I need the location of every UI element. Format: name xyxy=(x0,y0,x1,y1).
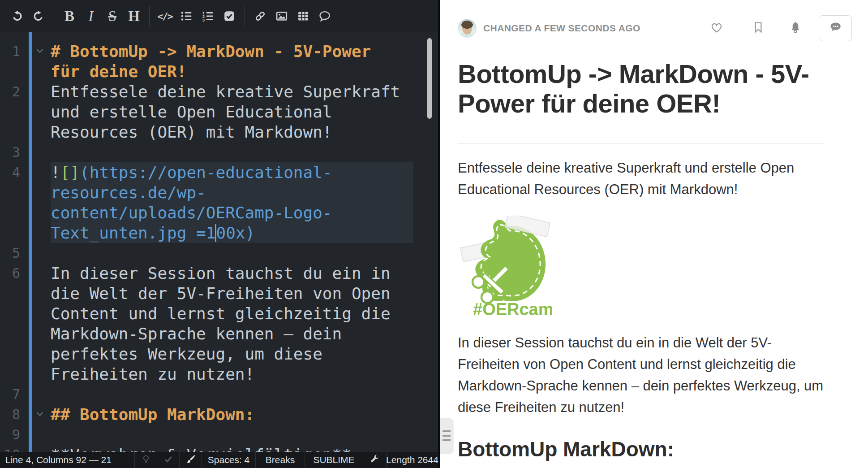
logo-text: #OERcamp xyxy=(473,300,552,319)
preferences-button[interactable] xyxy=(363,452,386,468)
editor-line[interactable]: 1# BottomUp -> MarkDown - 5V-Powerfür de… xyxy=(0,41,438,82)
editor-toolbar: B I S H </> 123 xyxy=(0,0,438,32)
editor-line[interactable]: 8## BottomUp MarkDown: xyxy=(0,404,438,425)
statusbar: Line 4, Columns 92 — 21 Spaces: 4 Breaks… xyxy=(0,452,438,468)
line-number: 9 xyxy=(0,425,26,445)
split-drag-handle[interactable] xyxy=(440,418,453,453)
editor-line[interactable]: 2Entfessele deine kreative Superkraftund… xyxy=(0,82,438,142)
heart-icon xyxy=(709,20,724,36)
last-changed-label: CHANGED A FEW SECONDS AGO xyxy=(483,23,640,34)
line-content: ![](https://open-educational-resources.d… xyxy=(51,162,413,243)
cursor-position: Line 4, Columns 92 — 21 xyxy=(0,452,134,468)
table-icon xyxy=(297,10,309,22)
strikethrough-icon: S xyxy=(108,8,116,25)
night-mode-toggle[interactable] xyxy=(134,452,157,468)
line-content xyxy=(51,142,413,162)
editor-line[interactable]: 4![](https://open-educational-resources.… xyxy=(0,162,438,243)
heading-button[interactable]: H xyxy=(123,5,145,27)
ordered-list-icon: 123 xyxy=(202,10,214,22)
line-content xyxy=(51,243,413,263)
editor-pane: B I S H </> 123 xyxy=(0,0,440,468)
redo-icon xyxy=(33,10,44,22)
code-icon: </> xyxy=(157,11,172,22)
bold-icon: B xyxy=(64,8,74,25)
avatar[interactable] xyxy=(458,19,477,38)
task-list-icon xyxy=(223,10,235,22)
markdown-editor[interactable]: 1# BottomUp -> MarkDown - 5V-Powerfür de… xyxy=(0,32,438,468)
line-content: # BottomUp -> MarkDown - 5V-Powerfür dei… xyxy=(51,41,413,82)
preview-content: CHANGED A FEW SECONDS AGO xyxy=(440,18,868,468)
comment-bubble-icon xyxy=(828,20,843,37)
editor-line[interactable]: 7 xyxy=(0,384,438,404)
like-button[interactable] xyxy=(709,20,724,36)
bell-icon xyxy=(788,20,803,36)
code-button[interactable]: </> xyxy=(154,5,176,27)
title-divider xyxy=(458,143,825,144)
line-number: 8 xyxy=(0,404,26,425)
line-content: Entfessele deine kreative Superkraftund … xyxy=(51,82,413,142)
preview-header: CHANGED A FEW SECONDS AGO xyxy=(458,18,852,39)
line-content: In dieser Session tauchst du ein indie W… xyxy=(51,263,413,384)
lightbulb-icon xyxy=(141,454,151,466)
heading-icon: H xyxy=(128,8,140,25)
fold-gutter xyxy=(26,162,51,182)
italic-icon: I xyxy=(89,8,94,25)
fold-chevron-icon[interactable] xyxy=(37,410,43,416)
strikethrough-button[interactable]: S xyxy=(102,5,123,27)
task-list-button[interactable] xyxy=(219,5,240,27)
preview-subheading: BottomUp MarkDown: xyxy=(458,437,852,461)
comments-panel-button[interactable] xyxy=(819,15,852,41)
bold-button[interactable]: B xyxy=(59,5,80,27)
table-button[interactable] xyxy=(292,5,314,27)
indent-setting[interactable]: Spaces: 4 xyxy=(202,452,255,468)
bookmark-icon xyxy=(752,21,765,36)
toolbar-separator xyxy=(149,6,150,26)
redo-button[interactable] xyxy=(28,5,49,27)
editor-scrollbar-thumb[interactable] xyxy=(427,38,432,119)
fold-chevron-icon[interactable] xyxy=(37,47,43,53)
editor-lines: 1# BottomUp -> MarkDown - 5V-Powerfür de… xyxy=(0,41,438,465)
preview-title: BottomUp -> MarkDown - 5V-Power für dein… xyxy=(458,59,825,118)
fold-gutter xyxy=(26,384,51,404)
editor-line[interactable]: 3 xyxy=(0,142,438,162)
image-icon xyxy=(276,10,288,22)
toolbar-separator xyxy=(245,6,245,26)
spellcheck-toggle[interactable] xyxy=(157,452,179,468)
image-button[interactable] xyxy=(271,5,292,27)
line-number: 5 xyxy=(0,243,26,263)
line-number: 6 xyxy=(0,263,26,283)
toolbar-separator xyxy=(54,6,54,26)
fold-gutter xyxy=(26,82,51,102)
fold-gutter xyxy=(26,142,51,162)
ordered-list-button[interactable]: 123 xyxy=(197,5,219,27)
fold-gutter xyxy=(26,41,51,61)
link-button[interactable] xyxy=(249,5,271,27)
comment-button[interactable] xyxy=(314,5,335,27)
fold-gutter xyxy=(26,263,51,283)
preview-paragraph-2: In dieser Session tauchst du ein in die … xyxy=(458,332,825,418)
keymap-setting[interactable]: SUBLIME xyxy=(305,452,363,468)
bookmark-button[interactable] xyxy=(752,21,765,36)
app: B I S H </> 123 xyxy=(0,0,868,468)
line-number: 4 xyxy=(0,162,26,182)
linebreak-setting[interactable]: Breaks xyxy=(255,452,305,468)
preview-paragraph-1: Entfessele deine kreative Superkraft und… xyxy=(458,157,825,200)
editor-line[interactable]: 5 xyxy=(0,243,438,263)
italic-button[interactable]: I xyxy=(80,5,102,27)
preview-pane: CHANGED A FEW SECONDS AGO xyxy=(440,0,868,468)
wrench-icon xyxy=(370,454,380,466)
line-number: 7 xyxy=(0,384,26,404)
bullet-list-button[interactable] xyxy=(176,5,197,27)
comment-icon xyxy=(318,10,331,22)
theme-picker[interactable] xyxy=(179,452,202,468)
editor-line[interactable]: 9 xyxy=(0,425,438,445)
fold-gutter xyxy=(26,425,51,445)
editor-line[interactable]: 6In dieser Session tauchst du ein indie … xyxy=(0,263,438,384)
undo-button[interactable] xyxy=(6,5,28,27)
line-number: 2 xyxy=(0,82,26,102)
notifications-button[interactable] xyxy=(788,20,803,36)
oercamp-logo-image: #OERcamp xyxy=(458,216,552,320)
link-icon xyxy=(254,10,266,22)
svg-text:3: 3 xyxy=(202,18,205,22)
line-content xyxy=(51,384,413,404)
